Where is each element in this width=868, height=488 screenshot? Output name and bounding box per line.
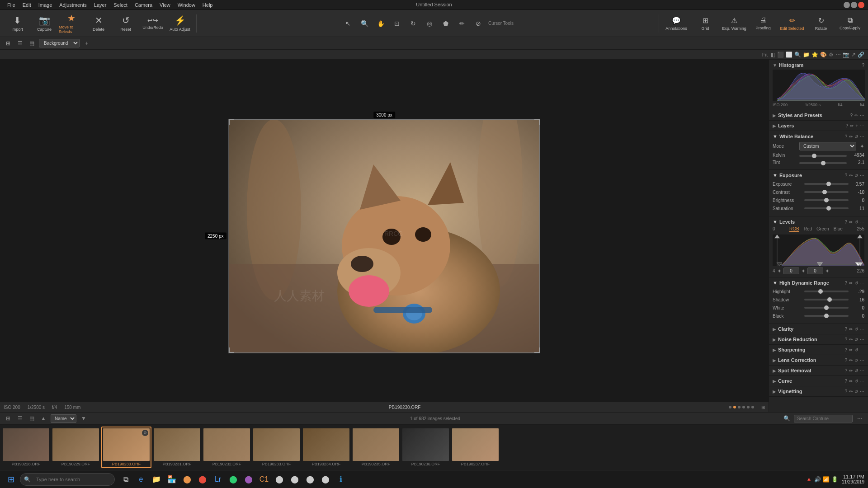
- exp-saturation-slider[interactable]: [804, 207, 849, 209]
- hdr-edit[interactable]: ✏: [849, 281, 853, 286]
- taskbar-store-icon[interactable]: 🏪: [165, 472, 179, 487]
- menu-item-window[interactable]: Window: [174, 1, 199, 9]
- fs-more-icon[interactable]: ⋯: [855, 414, 864, 423]
- levels-eyedropper-shadow[interactable]: ✦: [777, 268, 782, 274]
- cursor-tool-zoom[interactable]: 🔍: [358, 17, 371, 30]
- noise-reduction-section[interactable]: ▶ Noise Reduction ? ✏ ↺ ⋯: [769, 334, 868, 345]
- wb-kelvin-slider[interactable]: [799, 155, 847, 157]
- system-clock[interactable]: 11:17 PM 11/29/2019: [842, 474, 864, 484]
- levels-reset[interactable]: ↺: [854, 220, 858, 225]
- exp-reset[interactable]: ↺: [854, 173, 858, 178]
- vignetting-more[interactable]: ⋯: [860, 389, 864, 394]
- view-mode-icon[interactable]: ⊞: [761, 405, 765, 410]
- exposure-header[interactable]: ▼ Exposure ? ✏ ↺ ⋯: [773, 173, 864, 178]
- sharpening-edit[interactable]: ✏: [849, 347, 853, 352]
- levels-tab-green[interactable]: Green: [816, 226, 829, 232]
- wb-tint-slider[interactable]: [799, 162, 847, 164]
- layers-section[interactable]: ▶ Layers ? ✏ + ⋯: [769, 121, 868, 131]
- cursor-tool-crop[interactable]: ⊡: [391, 17, 403, 30]
- zoom-folder-icon[interactable]: 📁: [803, 52, 810, 58]
- sharpening-reset[interactable]: ↺: [854, 347, 858, 352]
- wb-eyedropper-icon[interactable]: ✦: [860, 143, 864, 150]
- wb-help[interactable]: ?: [844, 134, 847, 139]
- cursor-tool-6[interactable]: ⬟: [439, 17, 452, 30]
- layers-edit-icon[interactable]: ✏: [850, 123, 854, 128]
- curve-edit[interactable]: ✏: [849, 379, 853, 384]
- fs-search-icon[interactable]: 🔍: [782, 414, 791, 423]
- zoom-search-icon[interactable]: 🔍: [794, 52, 801, 58]
- taskbar-capture1-icon[interactable]: C1: [257, 472, 271, 487]
- sys-icon-4[interactable]: 🔋: [831, 476, 838, 483]
- thumb-pb190228[interactable]: PB190228.ORF: [2, 427, 50, 467]
- levels-help[interactable]: ?: [844, 220, 847, 225]
- undo-redo-button[interactable]: ↩↪ Undo/Redo: [140, 12, 165, 35]
- levels-header[interactable]: ▼ Levels ? ✏ ↺ ⋯: [773, 219, 864, 225]
- start-button[interactable]: ⊞: [4, 472, 18, 487]
- thumb-pb190234[interactable]: PB190234.ORF: [302, 427, 350, 467]
- thumb-pb190233[interactable]: PB190233.ORF: [252, 427, 301, 467]
- lens-more[interactable]: ⋯: [860, 358, 864, 363]
- noise-edit[interactable]: ✏: [849, 337, 853, 342]
- cursor-tool-pan[interactable]: ✋: [374, 17, 387, 30]
- zoom-settings-icon[interactable]: ⚙: [829, 52, 834, 58]
- canvas-area[interactable]: 3000 px 2250 px: [0, 60, 769, 412]
- styles-edit-icon[interactable]: ✏: [854, 113, 858, 118]
- menu-item-view[interactable]: View: [156, 1, 174, 9]
- clarity-edit[interactable]: ✏: [849, 327, 853, 332]
- taskbar-lr-icon[interactable]: Lr: [211, 472, 225, 487]
- hdr-shadow-slider[interactable]: [804, 299, 849, 300]
- zoom-white-icon[interactable]: ⬜: [786, 52, 793, 58]
- zoom-share-icon[interactable]: 🔗: [858, 52, 864, 58]
- hdr-more[interactable]: ⋯: [860, 281, 864, 286]
- close-button[interactable]: [858, 2, 864, 8]
- levels-input-white[interactable]: [807, 267, 823, 274]
- menu-item-adjustments[interactable]: Adjustments: [56, 1, 90, 9]
- cursor-tool-5[interactable]: ◎: [423, 17, 436, 30]
- taskbar-app6-icon[interactable]: ⬤: [288, 472, 302, 487]
- thumb-pb190229[interactable]: PB190229.ORF: [52, 427, 100, 467]
- taskbar-app8-icon[interactable]: ⬤: [318, 472, 333, 487]
- taskbar-app1-icon[interactable]: ⬤: [195, 472, 210, 487]
- zoom-fit-icon[interactable]: ◧: [770, 52, 775, 58]
- rotate-button[interactable]: ↻ Rotate: [807, 12, 835, 35]
- taskbar-app5-icon[interactable]: ⬤: [272, 472, 287, 487]
- exp-edit[interactable]: ✏: [849, 173, 853, 178]
- detail-view-btn[interactable]: ▤: [27, 39, 36, 48]
- thumb-pb190235[interactable]: PB190235.ORF: [352, 427, 400, 467]
- noise-reset[interactable]: ↺: [854, 337, 858, 342]
- exp-more[interactable]: ⋯: [860, 173, 864, 178]
- curve-reset[interactable]: ↺: [854, 379, 858, 384]
- clarity-more[interactable]: ⋯: [860, 327, 864, 332]
- thumb-pb190236[interactable]: PB190236.ORF: [401, 427, 450, 467]
- wb-header[interactable]: ▼ White Balance ? ✏ ↺ ⋯: [773, 134, 864, 139]
- clarity-reset[interactable]: ↺: [854, 327, 858, 332]
- spot-removal-section[interactable]: ▶ Spot Removal ? ✏ ↺ ⋯: [769, 366, 868, 376]
- maximize-button[interactable]: [851, 2, 857, 8]
- taskbar-chrome-icon[interactable]: ⬤: [180, 472, 194, 487]
- menu-item-select[interactable]: Select: [110, 1, 131, 9]
- vignetting-reset[interactable]: ↺: [854, 389, 858, 394]
- levels-tab-red[interactable]: Red: [804, 226, 812, 232]
- layers-more-icon[interactable]: ⋯: [860, 123, 864, 128]
- levels-input-black[interactable]: [783, 267, 799, 274]
- styles-more-icon[interactable]: ⋯: [860, 113, 864, 118]
- taskbar-taskview-icon[interactable]: ⧉: [118, 472, 133, 487]
- levels-eyedropper-mid[interactable]: ✦: [801, 268, 806, 274]
- clarity-section[interactable]: ▶ Clarity ? ✏ ↺ ⋯: [769, 324, 868, 334]
- sharpening-more[interactable]: ⋯: [860, 347, 864, 352]
- layer-selector[interactable]: Background: [39, 39, 80, 47]
- zoom-export-icon[interactable]: ↗: [851, 52, 856, 58]
- taskbar-search-input[interactable]: [33, 473, 111, 486]
- filmstrip-search-input[interactable]: [794, 415, 853, 422]
- spot-help[interactable]: ?: [844, 368, 847, 373]
- taskbar-app7-icon[interactable]: ⬤: [303, 472, 317, 487]
- hdr-white-slider[interactable]: [804, 307, 849, 309]
- fs-grid-icon[interactable]: ⊞: [4, 414, 13, 423]
- fs-sort-asc-icon[interactable]: ▲: [39, 414, 48, 423]
- capture-button[interactable]: 📷 Capture: [32, 12, 57, 35]
- sys-icon-1[interactable]: 🔺: [806, 476, 812, 483]
- hdr-black-slider[interactable]: [804, 315, 849, 317]
- vignetting-edit[interactable]: ✏: [849, 389, 853, 394]
- levels-tab-blue[interactable]: Blue: [834, 226, 843, 232]
- list-view-btn[interactable]: ☰: [15, 39, 24, 48]
